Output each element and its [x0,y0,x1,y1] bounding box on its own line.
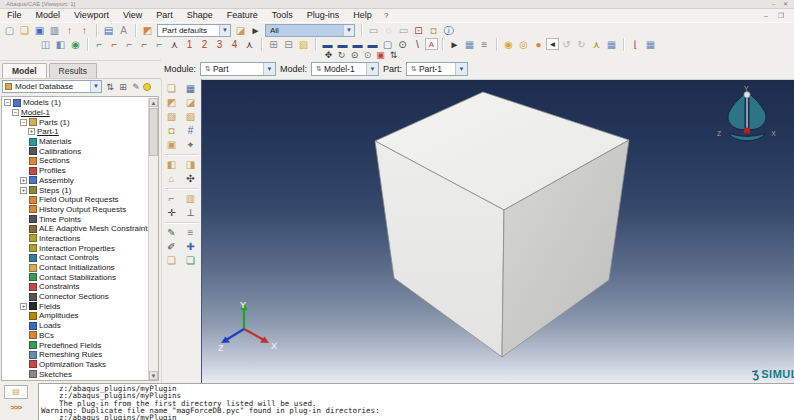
toolbox-tool-icon[interactable]: ✐ [164,240,180,253]
scroll-up-icon[interactable]: ▲ [149,98,158,107]
tree-item-interactions[interactable]: Interactions [2,234,148,244]
pointer-icon[interactable]: ► [248,24,263,37]
shaded-render-icon[interactable]: ◉ [68,38,83,51]
tree-item-profiles[interactable]: Profiles [2,166,148,176]
edge-display-icon-2[interactable]: ⌐ [107,38,122,51]
undo-icon[interactable]: ↺ [559,38,574,51]
tree-item-field-output-requests[interactable]: Field Output Requests [2,195,148,205]
spin-icon[interactable]: ⇅ [104,81,116,93]
toolbox-tool-icon[interactable]: ❏ [183,254,199,267]
hidden-render-icon[interactable]: ◧ [53,38,68,51]
tree-item-contact-initializations[interactable]: Contact Initializations [2,263,148,273]
viewport-canvas[interactable]: Y X Z Y Z X ƷSIMULIA [201,79,794,383]
menu-viewport[interactable]: Viewport [67,9,116,22]
tree-item-contact-stabilizations[interactable]: Contact Stabilizations [2,272,148,282]
person-badge-icon[interactable]: ⋏ [589,38,604,51]
mdi-window-controls[interactable]: ‒ ❐ [764,12,794,20]
toolbox-tool-icon[interactable]: ✣ [183,172,199,185]
color-code-combo[interactable]: Part defaults▼ [157,24,231,37]
tree-expander-icon[interactable]: + [20,187,27,194]
venn-icon-1[interactable]: ◉ [501,38,516,51]
tree-item-part-1[interactable]: +Part-1 [2,127,148,137]
context-help-icon[interactable]: ? [379,11,393,20]
tree-expander-icon[interactable]: − [4,99,11,106]
toolbox-tool-icon[interactable]: ▣ [164,138,180,151]
origin-triad[interactable]: Y X Z [218,299,282,357]
edit-icon[interactable]: ✎ [130,81,142,93]
toolbox-tool-icon[interactable]: ▦ [183,82,199,95]
toolbox-tool-icon[interactable]: ⌖ [183,138,199,151]
model-database-combo[interactable]: Model Database ▼ [2,80,102,93]
toolbox-tool-icon[interactable]: ▧ [183,110,199,123]
red-target-box-icon[interactable]: ⊡ [411,24,426,37]
help-info-icon[interactable]: ⓘ [441,24,456,37]
tree-expander-icon[interactable]: + [20,177,27,184]
tree-item-steps-1[interactable]: +Steps (1) [2,185,148,195]
tree-item-parts-1[interactable]: −Parts (1) [2,117,148,127]
tree-item-sections[interactable]: Sections [2,156,148,166]
part-combo[interactable]: ⇅ Part-1 ▼ [406,62,468,76]
tree-item-history-output-requests[interactable]: History Output Requests [2,205,148,215]
venn-icon-2[interactable]: ◎ [516,38,531,51]
tree-expander-icon[interactable]: − [12,109,19,116]
toolbox-tool-icon[interactable]: ❏ [164,82,180,95]
tree-item-fields[interactable]: +Fields [2,301,148,311]
menu-part[interactable]: Part [149,9,180,22]
toolbox-tool-icon[interactable]: ⌂ [164,172,180,185]
toolbox-tool-icon[interactable]: ≡ [183,226,199,239]
tree-scrollbar[interactable]: ▲ ▼ [148,98,158,380]
toolbox-tool-icon[interactable]: ✚ [183,240,199,253]
tree-item-materials[interactable]: Materials [2,137,148,147]
view-3-icon[interactable]: 3 [212,38,227,51]
view-1-icon[interactable]: 1 [182,38,197,51]
tree-item-remeshing-rules[interactable]: Remeshing Rules [2,350,148,360]
new-file-icon[interactable]: ▢ [2,24,17,37]
tree-expander-icon[interactable]: + [20,303,27,310]
toolbox-tool-icon[interactable]: # [183,124,199,137]
person-icon-1[interactable]: ⋏ [167,38,182,51]
tree-item-connector-sections[interactable]: Connector Sections [2,292,148,302]
menu-model[interactable]: Model [29,9,68,22]
toolbox-tool-icon[interactable]: ▨ [164,110,180,123]
part-cube[interactable] [202,80,794,383]
menu-file[interactable]: File [0,9,29,22]
tree-item-models-1[interactable]: −Models (1) [2,98,148,108]
bulb-icon[interactable] [143,83,151,91]
toolbox-tool-icon[interactable]: ⌐ [164,192,180,205]
dashed-box-icon[interactable]: ▭ [396,24,411,37]
toolbox-tool-icon[interactable]: ✎ [164,226,180,239]
person-icon-2[interactable]: ⋏ [242,38,257,51]
toolbox-tool-icon[interactable]: ▥ [183,192,199,205]
tree-item-calibrations[interactable]: Calibrations [2,146,148,156]
eraser-icon[interactable]: ▭ [366,24,381,37]
tree-item-ale-adaptive-mesh-constraints[interactable]: ALE Adaptive Mesh Constraints [2,224,148,234]
tree-item-predefined-fields[interactable]: Predefined Fields [2,340,148,350]
yellow-cube-icon[interactable]: ▧ [296,38,311,51]
toolbox-tool-icon[interactable]: ⊥ [183,206,199,219]
view-compass[interactable]: Y Z X [716,86,778,148]
edge-display-icon-5[interactable]: ⌐ [152,38,167,51]
module-combo[interactable]: ⇅ Part ▼ [200,62,276,76]
screen-icon-2[interactable]: ▦ [604,38,619,51]
kernel-cli-tab[interactable]: >>> [4,401,28,415]
toolbox-tool-icon[interactable]: ◪ [183,96,199,109]
toolbox-tool-icon[interactable]: ◘ [164,124,180,137]
screen-icon-1[interactable]: ▦ [462,38,477,51]
arrow-pointer-icon[interactable]: ► [447,38,462,51]
tree-item-constraints[interactable]: Constraints [2,282,148,292]
tree-item-amplitudes[interactable]: Amplitudes [2,311,148,321]
iso-box-icon-1[interactable]: ⊞ [266,38,281,51]
screen-icon-3[interactable]: ▦ [643,38,658,51]
edge-display-icon-1[interactable]: ⌐ [92,38,107,51]
menu-shape[interactable]: Shape [180,9,220,22]
bracket-icon[interactable]: ⌊ [628,38,643,51]
tree-item-sketches[interactable]: Sketches [2,369,148,379]
redo-icon[interactable]: ↻ [574,38,589,51]
color-dialog-icon[interactable]: ◪ [233,24,248,37]
tab-results[interactable]: Results [49,63,97,78]
line-icon[interactable]: \ [410,38,425,51]
menu-plugins[interactable]: Plug-ins [300,9,347,22]
tree-expander-icon[interactable]: − [20,119,27,126]
print-icon[interactable]: ▥ [47,24,62,37]
tab-model[interactable]: Model [2,63,47,78]
